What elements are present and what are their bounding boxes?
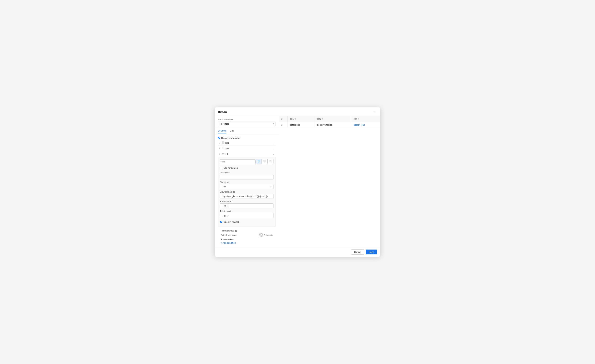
display-as-group: Display as: Link Plain text Image [220, 181, 274, 189]
viz-type-select[interactable]: Table ▾ [218, 122, 276, 126]
display-row-number-row: Display row number [218, 136, 276, 140]
svg-rect-3 [222, 147, 224, 149]
display-as-label: Display as: [220, 181, 274, 184]
tab-grid[interactable]: Grid [230, 128, 234, 134]
viz-type-value: Table [224, 123, 229, 125]
format-specs-help-icon[interactable]: ? [235, 230, 237, 232]
column-item-col1[interactable]: ⠿ col1 › [218, 140, 276, 146]
left-panel: Visualization type Table ▾ Columns Grid [215, 116, 279, 247]
url-template-help-icon[interactable]: ? [233, 191, 235, 193]
description-group: Description [220, 172, 274, 179]
svg-rect-6 [222, 153, 224, 155]
url-template-label: URL template [220, 191, 232, 193]
column-item-link[interactable]: ⠿ link ⌄ [218, 151, 276, 157]
close-button[interactable]: × [373, 110, 377, 113]
col2-value: delta live tables [317, 124, 332, 126]
chevron-right-icon-col1: › [274, 142, 274, 144]
col1-name: col1 [225, 142, 229, 144]
preview-table: # col1 ⇅ col2 ⇅ [279, 116, 380, 128]
col-type-icon-col2 [222, 147, 224, 150]
use-for-search-label: Use for search [223, 167, 238, 169]
svg-rect-0 [222, 142, 224, 144]
use-for-search-checkbox[interactable] [220, 167, 222, 169]
row-num-cell: 1 [279, 122, 287, 128]
modal-footer: Cancel Save [215, 247, 380, 257]
display-as-select[interactable]: Link Plain text Image [220, 184, 274, 189]
align-buttons [255, 159, 274, 164]
right-panel: # col1 ⇅ col2 ⇅ [279, 116, 380, 247]
title-template-group: Title template [220, 210, 274, 218]
modal-body: Visualization type Table ▾ Columns Grid [215, 116, 380, 247]
chevron-down-icon: ▾ [273, 123, 274, 125]
results-modal: Results × Visualization type Table ▾ Col… [215, 107, 380, 257]
description-label: Description [220, 172, 274, 174]
col-header-col2-label: col2 [317, 118, 321, 120]
text-template-group: Text template [220, 200, 274, 208]
col-header-col1: col1 ⇅ [287, 116, 315, 122]
drag-handle-col2: ⠿ [219, 147, 220, 150]
link-value[interactable]: search_link [354, 124, 365, 126]
col1-cell: databricks [287, 122, 315, 128]
url-template-input[interactable] [220, 194, 274, 199]
open-in-new-tab-checkbox[interactable] [220, 221, 222, 223]
row-num: 1 [281, 124, 283, 126]
link-col-expand-header [220, 159, 274, 164]
font-conditions-label: Font conditions: [221, 238, 273, 241]
col-header-num-label: # [281, 118, 283, 120]
text-template-label: Text template [220, 200, 274, 203]
add-condition-button[interactable]: + Add condition [221, 242, 236, 244]
modal-header: Results × [215, 107, 380, 116]
url-template-label-row: URL template ? [220, 191, 274, 193]
column-item-link-container: ⠿ link ⌄ [218, 151, 276, 227]
column-item-col2[interactable]: ⠿ col2 › [218, 146, 276, 151]
title-template-input[interactable] [220, 213, 274, 218]
viz-type-label: Visualization type [218, 118, 276, 120]
default-font-color-row: Default font color: Automatic [221, 233, 273, 237]
col2-name: col2 [225, 147, 229, 150]
col-header-col2: col2 ⇅ [315, 116, 351, 122]
link-col-name-input[interactable] [220, 159, 255, 164]
description-input[interactable] [220, 175, 274, 179]
display-row-number-label: Display row number [221, 137, 241, 139]
align-center-button[interactable] [262, 159, 268, 164]
col-header-link: link ⇅ [351, 116, 380, 122]
align-left-button[interactable] [256, 159, 262, 164]
default-font-color-label: Default font color: [221, 234, 237, 236]
link-cell[interactable]: search_link [351, 122, 380, 128]
col-type-icon-link [222, 153, 224, 156]
text-template-input[interactable] [220, 203, 274, 208]
align-right-button[interactable] [268, 159, 273, 164]
drag-handle-link: ⠿ [219, 153, 220, 155]
open-in-new-tab-row: Open in new tab [220, 220, 274, 224]
url-template-group: URL template ? [220, 191, 274, 199]
tab-columns[interactable]: Columns [218, 128, 226, 134]
chevron-down-icon-link: ⌄ [272, 153, 274, 155]
col1-value: databricks [290, 124, 300, 126]
sort-icon-col1: ⇅ [294, 118, 296, 120]
chevron-right-icon-col2: › [274, 147, 274, 150]
tab-bar: Columns Grid [215, 128, 279, 134]
cancel-button[interactable]: Cancel [351, 249, 364, 254]
format-specs-section: Format specs ? Default font color: Autom… [218, 228, 276, 246]
columns-section: Display row number ⠿ col1 [215, 134, 279, 247]
sort-icon-col2: ⇅ [322, 118, 323, 120]
save-button[interactable]: Save [366, 249, 377, 254]
col-type-icon-col1 [222, 142, 224, 144]
col-header-col1-label: col1 [290, 118, 294, 120]
format-specs-label: Format specs [221, 229, 234, 232]
format-specs-header: Format specs ? [221, 229, 273, 232]
open-in-new-tab-label: Open in new tab [223, 221, 240, 223]
sort-icon-link: ⇅ [358, 118, 359, 120]
display-row-number-checkbox[interactable] [218, 137, 220, 139]
title-template-label: Title template [220, 210, 274, 212]
col-header-num: # [279, 116, 287, 122]
drag-handle-col1: ⠿ [219, 142, 220, 144]
table-icon [220, 123, 222, 125]
link-column-settings: Use for search Description Display as: L… [218, 157, 276, 227]
table-row: 1 databricks delta live tables search_li… [279, 122, 380, 128]
color-swatch[interactable]: Automatic [259, 233, 273, 237]
modal-title: Results [218, 110, 227, 113]
col2-cell: delta live tables [315, 122, 351, 128]
color-swatch-label: Automatic [264, 234, 273, 236]
use-for-search-row: Use for search [220, 166, 274, 170]
